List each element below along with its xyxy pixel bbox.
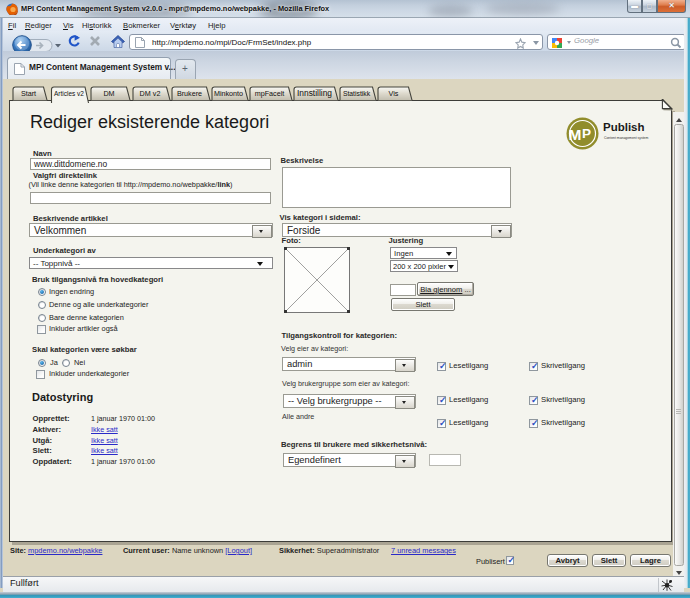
svg-text:mpFacelt: mpFacelt (255, 89, 285, 98)
svg-text:Statistikk: Statistikk (343, 90, 371, 97)
svg-text:Innstilling: Innstilling (297, 88, 332, 98)
svg-text:P: P (582, 126, 591, 141)
svg-text:Minkonto: Minkonto (214, 89, 243, 98)
svg-text:Brukere: Brukere (177, 89, 202, 98)
svg-text:DM: DM (103, 89, 114, 98)
svg-text:Vis: Vis (389, 89, 399, 98)
svg-text:Start: Start (21, 89, 36, 98)
svg-text:M: M (569, 126, 582, 143)
svg-text:Articles v2: Articles v2 (54, 90, 84, 97)
svg-text:DM v2: DM v2 (140, 89, 161, 98)
